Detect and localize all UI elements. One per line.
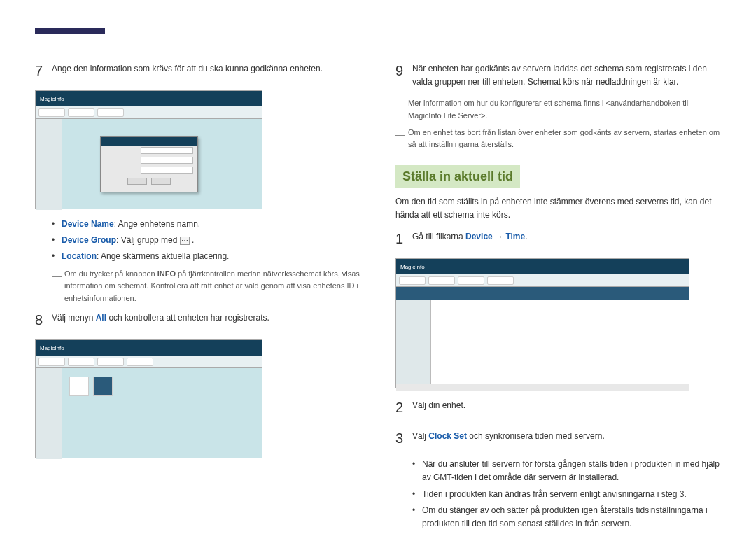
dialog-cancel-button (151, 178, 171, 185)
screenshot-subheader (396, 287, 689, 300)
bullet-marker: • (52, 218, 62, 231)
keyword: All (96, 313, 106, 323)
bullet-marker: • (52, 234, 62, 247)
keyword: Location (62, 251, 97, 261)
screenshot-body (36, 368, 262, 459)
bullet-text: Tiden i produkten kan ändras från server… (422, 488, 687, 501)
step-1: 1 Gå till flikarna Device → Time. (396, 227, 721, 250)
note-dash-icon: ― (52, 268, 64, 305)
step-number: 1 (396, 227, 412, 250)
step-7: 7 Ange den information som krävs för att… (35, 59, 360, 82)
note-text: Mer information om hur du konfigurerar e… (408, 97, 721, 122)
two-column-layout: 7 Ange den information som krävs för att… (35, 59, 721, 534)
note-text: Om du trycker på knappen INFO på fjärrko… (64, 268, 360, 305)
step-text: Gå till flikarna Device → Time. (412, 227, 721, 250)
screenshot-device-time: MagicInfo (396, 258, 690, 388)
note-dash-icon: ― (396, 97, 408, 122)
bullet-marker: • (412, 488, 422, 501)
screenshot-sidebar (36, 119, 62, 210)
toolbar-button (68, 108, 94, 117)
step-text: Välj din enhet. (412, 396, 721, 419)
dialog-input (141, 167, 193, 174)
toolbar-button (399, 276, 426, 285)
toolbar-button (38, 358, 65, 366)
bullet-text: Location: Ange skärmens aktuella placeri… (62, 250, 229, 263)
dialog-input (141, 147, 193, 154)
screenshot-approve-dialog: MagicInfo (35, 90, 262, 209)
bullet-gmt-time: • När du ansluter till servern för först… (412, 458, 721, 484)
dialog-input (141, 157, 193, 164)
step-number: 7 (35, 59, 52, 82)
bold: INFO (158, 269, 176, 278)
step-number: 9 (396, 59, 412, 89)
screenshot-content (396, 300, 689, 384)
bullet-marker: • (52, 250, 62, 263)
bullet-text: Device Group: Välj grupp med . (62, 234, 194, 247)
bullet-marker: • (412, 504, 422, 531)
screenshot-logo: MagicInfo (400, 264, 425, 270)
header-divider (35, 38, 721, 38)
screenshot-logo: MagicInfo (40, 96, 64, 102)
screenshot-all-menu: MagicInfo (35, 339, 262, 458)
note-info-button: ― Om du trycker på knappen INFO på fjärr… (52, 268, 360, 305)
bullet-time-reset: • Om du stänger av och sätter på produkt… (412, 504, 721, 531)
device-thumbnail (93, 377, 113, 396)
bullet-text: Device Name: Ange enhetens namn. (62, 218, 200, 231)
toolbar-button (38, 108, 65, 117)
step-9: 9 När enheten har godkänts av servern la… (396, 59, 721, 89)
keyword: Time (505, 232, 525, 241)
header-accent-bar (35, 28, 105, 34)
bullet-marker: • (412, 458, 422, 484)
toolbar-button (68, 358, 94, 366)
step-2: 2 Välj din enhet. (396, 396, 721, 419)
screenshot-toolbar (36, 106, 262, 119)
note-schema-info: ― Mer information om hur du konfigurerar… (396, 97, 721, 122)
bullet-text: Om du stänger av och sätter på produkten… (422, 504, 721, 531)
step-number: 8 (35, 309, 52, 331)
note-device-removed: ― Om en enhet tas bort från listan över … (396, 127, 721, 151)
screenshot-titlebar: MagicInfo (36, 340, 262, 356)
toolbar-button (127, 358, 153, 366)
screenshot-titlebar: MagicInfo (36, 91, 262, 106)
toolbar-button (458, 276, 484, 285)
step-3: 3 Välj Clock Set och synkronisera tiden … (396, 427, 721, 449)
toolbar-button (97, 358, 124, 366)
screenshot-toolbar (396, 274, 689, 287)
note-text: Om en enhet tas bort från listan över en… (408, 127, 721, 151)
dialog-titlebar (101, 137, 197, 146)
section-title: Ställa in aktuell tid (396, 165, 520, 188)
screenshot-toolbar (36, 356, 262, 368)
bullet-time-change: • Tiden i produkten kan ändras från serv… (412, 488, 721, 501)
toolbar-button (487, 276, 514, 285)
right-column: 9 När enheten har godkänts av servern la… (396, 59, 721, 534)
keyword: Device Group (62, 235, 116, 245)
screenshot-footer (396, 384, 689, 391)
bullet-device-name: • Device Name: Ange enhetens namn. (52, 218, 360, 231)
screenshot-sidebar (36, 368, 62, 459)
keyword: Clock Set (428, 431, 467, 441)
step-text: Välj menyn All och kontrollera att enhet… (52, 309, 360, 331)
keyword: Device (465, 232, 493, 241)
screenshot-sidebar (396, 300, 431, 384)
screenshot-dialog (100, 136, 198, 192)
step-text: När enheten har godkänts av servern ladd… (412, 59, 721, 89)
step-8: 8 Välj menyn All och kontrollera att enh… (35, 309, 360, 331)
toolbar-button (428, 276, 455, 285)
ellipsis-button-icon (180, 237, 190, 245)
left-column: 7 Ange den information som krävs för att… (35, 59, 360, 534)
keyword: Device Name (62, 219, 114, 229)
note-dash-icon: ― (396, 127, 408, 151)
step-text: Ange den information som krävs för att d… (52, 59, 360, 82)
bullet-location: • Location: Ange skärmens aktuella place… (52, 250, 360, 263)
screenshot-logo: MagicInfo (40, 345, 64, 351)
toolbar-button (97, 108, 124, 117)
step-number: 3 (396, 427, 412, 449)
screenshot-titlebar: MagicInfo (396, 259, 689, 274)
bullet-device-group: • Device Group: Välj grupp med . (52, 234, 360, 247)
bullet-text: När du ansluter till servern för första … (422, 458, 721, 484)
dialog-ok-button (127, 178, 147, 185)
screenshot-body (36, 119, 262, 210)
device-thumbnail (69, 377, 89, 396)
step-number: 2 (396, 396, 412, 419)
step-text: Välj Clock Set och synkronisera tiden me… (412, 427, 721, 449)
